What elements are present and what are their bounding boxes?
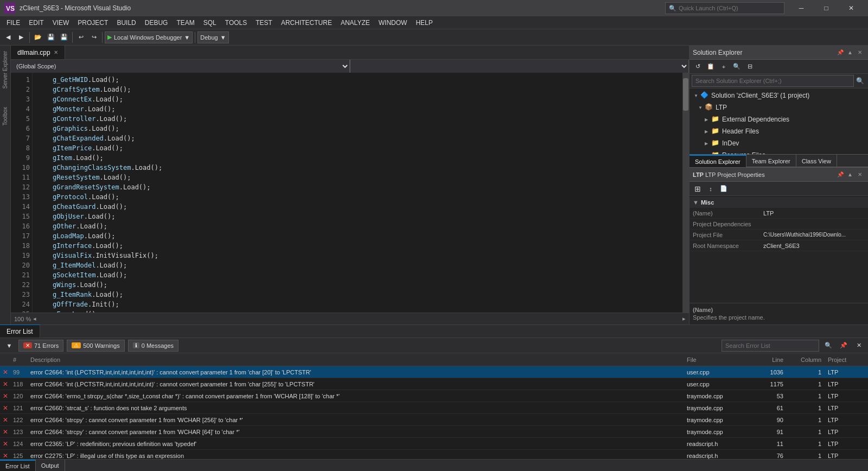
ltp-label: LTP (716, 104, 727, 111)
menu-team[interactable]: TEAM (172, 16, 199, 29)
zoom-icon: ◂ (33, 315, 36, 322)
toolbox-tab[interactable]: Toolbox (1, 104, 9, 129)
menu-view[interactable]: VIEW (48, 16, 74, 29)
bb-tab-error-list[interactable]: Error List (0, 460, 36, 471)
start-debugger-button[interactable]: ▶ Local Windows Debugger ▼ (105, 31, 193, 43)
menu-debug[interactable]: DEBUG (141, 16, 173, 29)
error-row-1[interactable]: ✕ 118 error C2664: 'int (LPCTSTR,int,int… (0, 378, 868, 390)
error-row-3[interactable]: ✕ 121 error C2660: 'strcat_s' : function… (0, 402, 868, 414)
props-expand-btn[interactable]: ▲ (845, 170, 855, 180)
tree-solution[interactable]: ▼ 🔷 Solution 'zClient_S6E3' (1 project) (690, 90, 868, 101)
zoom-level: 100 % (14, 316, 31, 322)
se-filter-btn[interactable]: 🔍 (731, 61, 743, 73)
props-sort-btn[interactable]: ↕ (705, 183, 717, 195)
code-line-5: gController.Load(); (37, 114, 678, 124)
tab-close-btn[interactable]: ✕ (54, 49, 58, 55)
menu-analyze[interactable]: ANALYZE (336, 16, 374, 29)
tree-indev[interactable]: ▶ 📁 InDev (690, 137, 868, 149)
quick-launch-bar[interactable]: 🔍 Quick Launch (Ctrl+Q) (665, 2, 784, 14)
menu-test[interactable]: TEST (251, 16, 277, 29)
error-x-icon-5: ✕ (3, 428, 8, 436)
props-close-btn[interactable]: ✕ (855, 170, 865, 180)
toolbar-redo[interactable]: ↪ (88, 31, 100, 43)
tree-resource-files[interactable]: ▶ 📁 Resource Files (690, 149, 868, 154)
menu-file[interactable]: FILE (2, 16, 24, 29)
scope-dropdown-right[interactable] (350, 60, 690, 73)
toolbar-save-all[interactable]: 💾 (58, 31, 70, 43)
code-content[interactable]: g_GetHWID.Load(); gCraftSystem.Load(); g… (33, 73, 682, 313)
errors-filter-btn[interactable]: ✕ 71 Errors (18, 340, 63, 352)
error-x-icon-1: ✕ (3, 380, 8, 388)
server-explorer-tab[interactable]: Server Explorer (1, 48, 9, 92)
error-row-5[interactable]: ✕ 123 error C2664: 'strcpy' : cannot con… (0, 426, 868, 438)
error-row-6[interactable]: ✕ 124 error C2365: 'LP' : redefinition; … (0, 438, 868, 450)
menu-architecture[interactable]: ARCHITECTURE (277, 16, 336, 29)
toolbar-undo[interactable]: ↩ (75, 31, 87, 43)
props-categories-btn[interactable]: ⊞ (692, 183, 704, 195)
se-tab-team-explorer[interactable]: Team Explorer (746, 155, 796, 168)
tree-external-deps[interactable]: ▶ 📁 External Dependencies (690, 113, 868, 125)
props-pages-btn[interactable]: 📄 (718, 183, 730, 195)
error-filter-dropdown[interactable]: ▼ (3, 340, 15, 352)
minimize-button[interactable]: ─ (789, 0, 814, 16)
menu-build[interactable]: BUILD (112, 16, 140, 29)
tree-header-files[interactable]: ▶ 📁 Header Files (690, 125, 868, 137)
error-pin-btn[interactable]: 📌 (838, 340, 850, 352)
bottom-tab-error-list[interactable]: Error List (0, 324, 40, 338)
bb-tab-output[interactable]: Output (36, 460, 65, 471)
se-search-btn[interactable]: 🔍 (854, 75, 866, 87)
menu-project[interactable]: PROJECT (73, 16, 112, 29)
error-search-input[interactable] (722, 340, 819, 352)
se-pin-btn[interactable]: 📌 (835, 48, 845, 58)
menu-edit[interactable]: EDIT (24, 16, 48, 29)
menu-window[interactable]: WINDOW (374, 16, 412, 29)
code-line-16: gOther.Load(); (37, 221, 678, 231)
se-search-input[interactable] (692, 75, 854, 87)
menu-tools[interactable]: TOOLS (221, 16, 251, 29)
line-number-4: 4 (15, 104, 30, 114)
close-button[interactable]: ✕ (839, 0, 864, 16)
code-line-14: gCheatGuard.Load(); (37, 202, 678, 212)
col-header-line[interactable]: Line (754, 357, 787, 363)
se-sync-btn[interactable]: ↺ (692, 61, 704, 73)
line-number-7: 7 (15, 133, 30, 143)
config-dropdown[interactable]: Debug ▼ (197, 31, 228, 43)
se-tab-solution-explorer[interactable]: Solution Explorer (690, 155, 746, 168)
props-pin-btn[interactable]: 📌 (835, 170, 845, 180)
toolbar-forward[interactable]: ▶ (15, 31, 27, 43)
error-close-btn[interactable]: ✕ (853, 340, 865, 352)
se-close-btn[interactable]: ✕ (855, 48, 865, 58)
se-tab-class-view[interactable]: Class View (796, 155, 837, 168)
error-row-2[interactable]: ✕ 120 error C2664: 'errno_t strcpy_s(cha… (0, 390, 868, 402)
warnings-filter-btn[interactable]: ⚠ 500 Warnings (67, 340, 124, 352)
col-header-project[interactable]: Project (825, 357, 868, 363)
messages-filter-btn[interactable]: ℹ 0 Messages (128, 340, 178, 352)
error-row-4[interactable]: ✕ 122 error C2664: 'strcpy' : cannot con… (0, 414, 868, 426)
menu-sql[interactable]: SQL (199, 16, 221, 29)
se-expand-btn[interactable]: ▲ (845, 48, 855, 58)
code-line-17: gLoadMap.Load(); (37, 231, 678, 241)
se-props-btn[interactable]: 📋 (705, 61, 717, 73)
toolbar-save[interactable]: 💾 (45, 31, 57, 43)
col-header-file[interactable]: File (684, 357, 754, 363)
toolbar-open[interactable]: 📂 (32, 31, 44, 43)
editor-scrollbar[interactable] (682, 73, 689, 313)
error-desc-0: error C2664: 'int (LPCTSTR,int,int,int,i… (27, 369, 684, 375)
debugger-dropdown-icon[interactable]: ▼ (184, 34, 190, 41)
error-search-btn[interactable]: 🔍 (822, 340, 834, 352)
error-file-2: traymode.cpp (684, 393, 754, 399)
menu-help[interactable]: HELP (411, 16, 437, 29)
scope-dropdown-left[interactable]: (Global Scope) (11, 60, 350, 73)
tree-ltp[interactable]: ▼ 📦 LTP (690, 101, 868, 113)
error-row-7[interactable]: ✕ 125 error C2275: 'LP' : illegal use of… (0, 450, 868, 459)
error-row-0[interactable]: ✕ 99 error C2664: 'int (LPCTSTR,int,int,… (0, 366, 868, 378)
col-header-desc[interactable]: Description (27, 357, 684, 363)
error-col-3: 1 (787, 405, 825, 411)
editor-tab-dllmain[interactable]: dllmain.cpp ✕ (11, 46, 65, 59)
toolbar-back[interactable]: ◀ (2, 31, 14, 43)
se-collapse-btn[interactable]: ⊟ (744, 61, 756, 73)
col-header-col[interactable]: Column (787, 357, 825, 363)
maximize-button[interactable]: □ (814, 0, 839, 16)
code-editor[interactable]: 1234567891011121314151617181920212223242… (11, 73, 689, 313)
se-new-file-btn[interactable]: + (718, 61, 730, 73)
